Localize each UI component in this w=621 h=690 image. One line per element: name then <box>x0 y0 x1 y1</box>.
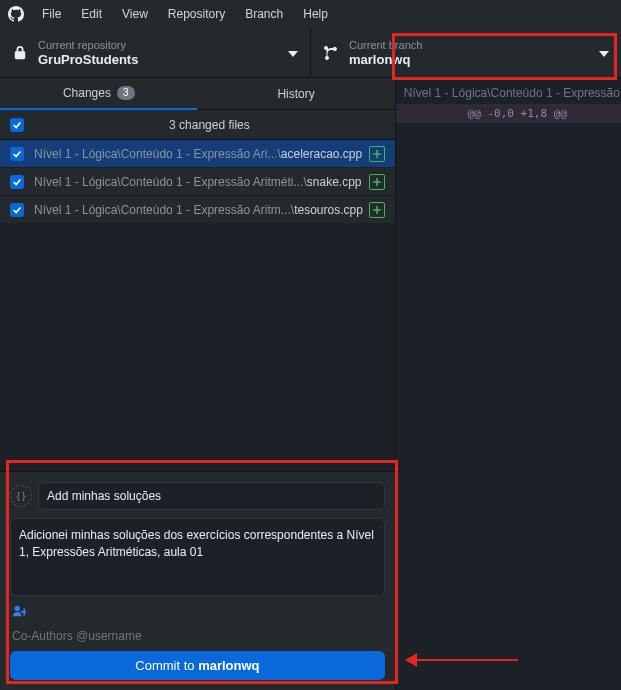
changes-count-badge: 3 <box>117 86 135 100</box>
menu-edit[interactable]: Edit <box>73 5 110 23</box>
diff-hunk-header: @@ -0,0 +1,8 @@ <box>396 104 621 123</box>
coauthors-field[interactable]: Co-Authors @username <box>10 625 385 651</box>
toolbar: Current repository GruProStudents Curren… <box>0 28 621 78</box>
menu-repository[interactable]: Repository <box>160 5 233 23</box>
tab-changes[interactable]: Changes 3 <box>0 78 197 110</box>
file-row[interactable]: Nível 1 - Lógica\Conteúdo 1 - Expressão … <box>0 140 395 168</box>
menu-file[interactable]: File <box>34 5 69 23</box>
added-icon <box>369 202 385 218</box>
menu-branch[interactable]: Branch <box>237 5 291 23</box>
annotation-arrow <box>408 656 518 664</box>
menu-help[interactable]: Help <box>295 5 336 23</box>
commit-button-prefix: Commit to <box>135 658 198 673</box>
branch-label: Current branch <box>349 38 422 52</box>
diff-file-path: Nível 1 - Lógica\Conteúdo 1 - Expressão … <box>396 84 621 102</box>
app-menubar: File Edit View Repository Branch Help <box>0 0 621 28</box>
repo-selector[interactable]: Current repository GruProStudents <box>0 28 311 77</box>
files-header: 3 changed files <box>0 110 395 140</box>
branch-selector[interactable]: Current branch marlonwq <box>311 28 621 77</box>
file-list: Nível 1 - Lógica\Conteúdo 1 - Expressão … <box>0 140 395 471</box>
commit-summary-input[interactable] <box>38 482 385 510</box>
file-checkbox[interactable] <box>10 203 24 217</box>
branch-name: marlonwq <box>349 52 422 68</box>
repo-name: GruProStudents <box>38 52 138 68</box>
diff-panel: Nível 1 - Lógica\Conteúdo 1 - Expressão … <box>396 78 621 690</box>
commit-button[interactable]: Commit to marlonwq <box>10 651 385 680</box>
git-branch-icon <box>323 45 339 61</box>
tab-changes-label: Changes <box>63 86 111 100</box>
caret-down-icon <box>288 46 298 60</box>
commit-form: { } Adicionei minhas soluções dos exercí… <box>0 471 395 690</box>
left-panel: Changes 3 History 3 changed files Nível … <box>0 78 396 690</box>
caret-down-icon <box>599 46 609 60</box>
file-checkbox[interactable] <box>10 175 24 189</box>
file-path: Nível 1 - Lógica\Conteúdo 1 - Expressão … <box>34 203 363 217</box>
github-logo-icon <box>8 6 24 22</box>
added-icon <box>369 146 385 162</box>
tab-history[interactable]: History <box>197 78 394 110</box>
add-coauthor-icon[interactable] <box>12 604 26 621</box>
file-path: Nível 1 - Lógica\Conteúdo 1 - Expressão … <box>34 147 363 161</box>
menu-view[interactable]: View <box>114 5 156 23</box>
tab-history-label: History <box>277 87 314 101</box>
commit-button-branch: marlonwq <box>198 658 259 673</box>
commit-description-input[interactable]: Adicionei minhas soluções dos exercícios… <box>10 518 385 596</box>
files-header-label: 3 changed files <box>34 118 385 132</box>
added-icon <box>369 174 385 190</box>
left-tabs: Changes 3 History <box>0 78 395 110</box>
file-path: Nível 1 - Lógica\Conteúdo 1 - Expressão … <box>34 175 363 189</box>
file-row[interactable]: Nível 1 - Lógica\Conteúdo 1 - Expressão … <box>0 196 395 224</box>
avatar-placeholder-icon: { } <box>10 485 32 507</box>
repo-label: Current repository <box>38 38 138 52</box>
select-all-checkbox[interactable] <box>10 118 24 132</box>
lock-icon <box>12 45 28 61</box>
file-row[interactable]: Nível 1 - Lógica\Conteúdo 1 - Expressão … <box>0 168 395 196</box>
file-checkbox[interactable] <box>10 147 24 161</box>
